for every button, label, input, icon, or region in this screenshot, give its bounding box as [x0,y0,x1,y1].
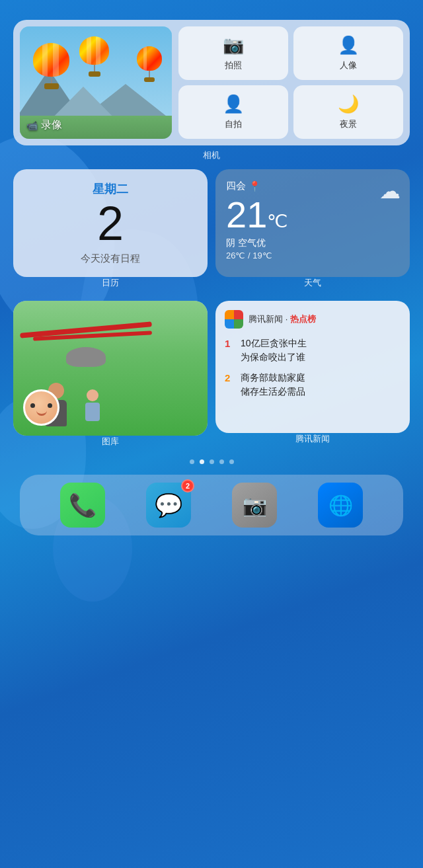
weather-location: 四会 📍 [226,180,399,192]
weather-description: 阴 空气优 [226,237,399,249]
weather-range: 26℃ / 19℃ [226,251,399,260]
calendar-weekday: 星期二 [93,181,128,197]
news-text-1: 10亿巨贪张中生为保命咬出了谁 [241,336,307,364]
video-label: 📹 录像 [26,118,62,132]
temp-unit: ℃ [267,211,288,231]
gallery-app-label: 图库 [13,436,208,448]
dot-0 [190,459,194,464]
camera-portrait-label: 人像 [340,59,357,71]
balloon-1 [33,43,69,86]
news-source-text: 腾讯新闻 [249,314,283,324]
gallery-widget[interactable] [13,301,208,436]
phone-icon: 📞 [69,492,96,518]
video-icon: 📹 [26,120,38,131]
tencent-news-logo [225,310,243,329]
portrait-icon: 👤 [338,35,359,56]
dot-4 [229,459,234,464]
camera-selfie-button[interactable]: 👤 自拍 [178,85,288,139]
news-source: 腾讯新闻 · 热点榜 [249,313,316,325]
news-widget[interactable]: 腾讯新闻 · 热点榜 1 10亿巨贪张中生为保命咬出了谁 2 商务部鼓励家庭储存… [215,301,410,433]
calendar-app-label: 日历 [13,277,208,289]
dock-messages-button[interactable]: 💬 2 [146,483,191,528]
news-separator: · [286,314,290,324]
video-label-text: 录像 [41,118,62,132]
news-num-1: 1 [225,336,235,350]
left-eye [30,403,35,408]
messages-badge: 2 [181,479,194,493]
calendar-column: 星期二 2 今天没有日程 日历 [13,169,208,297]
weather-city: 四会 [226,180,246,192]
gallery-column: 图库 [13,301,208,455]
baby-head [87,389,98,401]
middle-row: 星期二 2 今天没有日程 日历 ☁ 四会 📍 21℃ 阴 空气优 26℃ / 1… [13,169,410,297]
news-app-label: 腾讯新闻 [215,433,410,445]
camera-app-label: 相机 [13,149,410,161]
person-2 [79,389,106,429]
calendar-day: 2 [97,200,124,247]
face-eyes [30,403,52,408]
camera-icon: 📷 [223,35,244,56]
cloud-icon: ☁ [379,178,401,204]
weather-widget[interactable]: ☁ 四会 📍 21℃ 阴 空气优 26℃ / 19℃ [215,169,410,277]
dot-3 [219,459,224,464]
glider-body [66,347,106,367]
camera-preview[interactable]: 📹 录像 [20,26,172,139]
safari-icon: 🌐 [328,494,353,517]
camera-night-button[interactable]: 🌙 夜景 [293,85,403,139]
face-photo [23,389,59,426]
news-header: 腾讯新闻 · 热点榜 [225,310,401,329]
camera-portrait-button[interactable]: 👤 人像 [293,26,403,80]
right-eye [48,403,52,408]
page-dots [13,459,410,464]
selfie-icon: 👤 [223,94,244,114]
news-item-1[interactable]: 1 10亿巨贪张中生为保命咬出了谁 [225,336,401,364]
camera-widget[interactable]: 📹 录像 📷 拍照 👤 人像 👤 自拍 🌙 夜 [13,20,410,145]
news-column: 腾讯新闻 · 热点榜 1 10亿巨贪张中生为保命咬出了谁 2 商务部鼓励家庭储存… [215,301,410,455]
dot-1 [200,459,204,464]
face-mouth [36,411,47,416]
news-text-2: 商务部鼓励家庭储存生活必需品 [241,371,305,399]
news-hot-label: 热点榜 [290,314,316,324]
camera-buttons-grid: 📷 拍照 👤 人像 👤 自拍 🌙 夜景 [178,26,403,139]
dock-camera-button[interactable]: 📷 [232,483,277,528]
calendar-no-event: 今天没有日程 [81,253,140,265]
news-item-2[interactable]: 2 商务部鼓励家庭储存生活必需品 [225,371,401,399]
weather-column: ☁ 四会 📍 21℃ 阴 空气优 26℃ / 19℃ 天气 [215,169,410,297]
location-pin-icon: 📍 [249,180,261,192]
bottom-row: 图库 腾讯新闻 · 热点榜 1 10亿巨贪张中生为保命咬出了谁 [13,301,410,455]
weather-app-label: 天气 [215,277,410,289]
camera-photo-button[interactable]: 📷 拍照 [178,26,288,80]
night-icon: 🌙 [338,94,359,114]
weather-temperature: 21℃ [226,196,399,233]
dock-phone-button[interactable]: 📞 [60,483,105,528]
temp-value: 21 [226,194,267,235]
messages-icon: 💬 [155,492,182,518]
main-content: 📹 录像 📷 拍照 👤 人像 👤 自拍 🌙 夜 [0,0,423,535]
balloon-3 [137,46,162,78]
dock-safari-button[interactable]: 🌐 [318,483,363,528]
camera-photo-label: 拍照 [225,59,242,71]
baby-body [85,403,100,421]
camera-night-label: 夜景 [340,118,357,130]
dock: 📞 💬 2 📷 🌐 [20,475,403,535]
calendar-widget[interactable]: 星期二 2 今天没有日程 [13,169,208,277]
glider [20,314,201,367]
balloon-2 [79,36,109,73]
news-num-2: 2 [225,371,235,385]
gallery-image [13,301,208,436]
dock-camera-icon: 📷 [243,494,267,517]
dot-2 [210,459,214,464]
camera-selfie-label: 自拍 [225,118,242,130]
